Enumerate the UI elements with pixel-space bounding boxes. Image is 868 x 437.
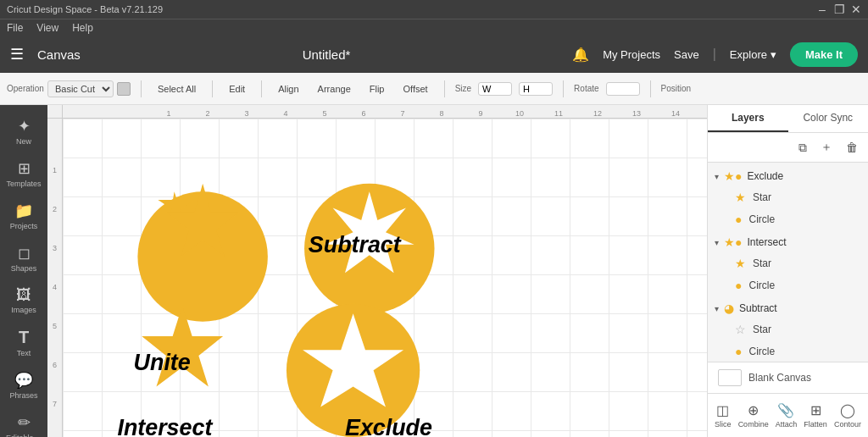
- attach-icon: 📎: [777, 402, 794, 418]
- minimize-btn[interactable]: –: [817, 4, 827, 14]
- ruler-tick: 4: [266, 109, 305, 118]
- blank-canvas-bar: Blank Canvas: [708, 362, 868, 393]
- ruler-tick: 5: [305, 109, 344, 118]
- intersect-group-icon: ★●: [724, 235, 742, 249]
- ruler-tick: 7: [383, 109, 422, 118]
- sidebar-item-phrases[interactable]: 💬 Phrases: [3, 366, 45, 405]
- exclude-group-label: Exclude: [747, 170, 783, 182]
- layers-list: ▾ ★● Exclude ★ Star ● Circle ▾ ★●: [708, 163, 868, 362]
- app-title: Cricut Design Space - Beta v7.21.129: [7, 4, 163, 14]
- layer-item-star-exclude[interactable]: ★ Star: [708, 186, 868, 208]
- layer-group-subtract: ▾ ◕ Subtract ☆ Star ● Circle: [708, 298, 868, 362]
- flatten-icon: ⊞: [810, 402, 821, 418]
- panel-tabs: Layers Color Sync: [708, 105, 868, 133]
- sidebar-item-text[interactable]: T Text: [3, 323, 45, 362]
- ruler-tick: 3: [227, 109, 266, 118]
- chevron-icon: ▾: [715, 172, 719, 181]
- color-swatch[interactable]: [117, 82, 131, 96]
- operation-label: Operation: [7, 84, 44, 93]
- exclude-label: Exclude: [345, 415, 432, 437]
- tab-color-sync[interactable]: Color Sync: [788, 105, 869, 132]
- combine-icon: ⊕: [748, 402, 759, 418]
- operation-select[interactable]: Basic Cut: [47, 80, 114, 97]
- width-input[interactable]: [478, 82, 512, 96]
- layer-item-star-subtract[interactable]: ☆ Star: [708, 318, 868, 340]
- main-layout: ✦ New ⊞ Templates 📁 Projects ◻ Shapes 🖼 …: [0, 105, 868, 437]
- layer-item-circle-intersect[interactable]: ● Circle: [708, 274, 868, 296]
- ruler-tick: 8: [422, 109, 461, 118]
- flip-button[interactable]: Flip: [364, 81, 391, 97]
- restore-btn[interactable]: ❐: [834, 4, 844, 14]
- ruler-tick: 6: [344, 109, 383, 118]
- chevron-down-icon: ▾: [771, 48, 776, 61]
- arrange-button[interactable]: Arrange: [312, 81, 357, 97]
- layer-group-intersect: ▾ ★● Intersect ★ Star ● Circle: [708, 232, 868, 296]
- sep5: [563, 80, 564, 97]
- close-btn[interactable]: ✕: [851, 4, 861, 14]
- menu-file[interactable]: File: [7, 22, 23, 34]
- layer-item-circle-exclude[interactable]: ● Circle: [708, 208, 868, 230]
- delete-layer-button[interactable]: 🗑: [843, 139, 861, 156]
- select-all-button[interactable]: Select All: [152, 81, 202, 97]
- contour-button[interactable]: ◯ Contour: [831, 401, 865, 430]
- tab-layers[interactable]: Layers: [708, 105, 788, 132]
- make-it-button[interactable]: Make It: [790, 42, 858, 67]
- phrases-icon: 💬: [14, 371, 33, 390]
- layer-group-intersect-header[interactable]: ▾ ★● Intersect: [708, 232, 868, 252]
- height-input[interactable]: [519, 82, 553, 96]
- canvas-content[interactable]: Unite Subtract Intersect Exclude: [63, 119, 707, 437]
- flatten-button[interactable]: ⊞ Flatten: [800, 401, 831, 430]
- blank-canvas-swatch[interactable]: [718, 369, 742, 386]
- menu-view[interactable]: View: [36, 22, 58, 34]
- sidebar-item-editable-images[interactable]: ✏ Editable Images: [3, 408, 45, 437]
- save-button[interactable]: Save: [674, 48, 699, 61]
- sidebar-item-templates[interactable]: ⊞ Templates: [3, 154, 45, 193]
- star-icon: ★: [735, 257, 746, 270]
- layer-group-exclude: ▾ ★● Exclude ★ Star ● Circle: [708, 166, 868, 230]
- sidebar-item-projects[interactable]: 📁 Projects: [3, 196, 45, 235]
- sep4: [444, 80, 445, 97]
- shapes-icon: ◻: [18, 244, 31, 263]
- slice-button[interactable]: ◫ Slice: [711, 401, 735, 430]
- edit-button[interactable]: Edit: [223, 81, 251, 97]
- layer-group-exclude-header[interactable]: ▾ ★● Exclude: [708, 166, 868, 186]
- hamburger-icon[interactable]: ☰: [10, 45, 24, 64]
- slice-icon: ◫: [716, 402, 729, 418]
- sep2: [212, 80, 213, 97]
- ruler-tick: 13: [617, 109, 656, 118]
- size-label: Size: [455, 84, 471, 93]
- contour-icon: ◯: [840, 402, 855, 418]
- sidebar-item-new[interactable]: ✦ New: [3, 112, 45, 151]
- ruler-tick: 15: [695, 109, 707, 118]
- right-panel: Layers Color Sync ⧉ ＋ 🗑 ▾ ★● Exclude ★ S…: [707, 105, 868, 437]
- sep1: [141, 80, 142, 97]
- new-icon: ✦: [18, 117, 31, 136]
- menu-bar: File View Help: [0, 19, 868, 36]
- ruler-vertical: 1 2 3 4 5 6 7: [47, 119, 63, 437]
- add-layer-button[interactable]: ＋: [817, 138, 836, 157]
- my-projects-button[interactable]: My Projects: [603, 48, 660, 61]
- nav-divider: |: [713, 47, 716, 62]
- ruler-tick: 14: [656, 109, 695, 118]
- offset-button[interactable]: Offset: [397, 81, 433, 97]
- notification-icon[interactable]: 🔔: [572, 47, 589, 63]
- align-button[interactable]: Align: [272, 81, 304, 97]
- left-sidebar: ✦ New ⊞ Templates 📁 Projects ◻ Shapes 🖼 …: [0, 105, 47, 437]
- ruler-tick: 11: [539, 109, 578, 118]
- layer-item-star-intersect[interactable]: ★ Star: [708, 252, 868, 274]
- explore-button[interactable]: Explore ▾: [730, 48, 776, 61]
- layer-group-subtract-header[interactable]: ▾ ◕ Subtract: [708, 298, 868, 318]
- ruler-tick: 9: [461, 109, 500, 118]
- sidebar-item-shapes[interactable]: ◻ Shapes: [3, 239, 45, 278]
- ruler-tick: 10: [500, 109, 539, 118]
- attach-button[interactable]: 📎 Attach: [772, 401, 801, 430]
- project-title: Untitled*: [303, 47, 351, 62]
- sep6: [650, 80, 651, 97]
- sidebar-item-images[interactable]: 🖼 Images: [3, 281, 45, 319]
- combine-button[interactable]: ⊕ Combine: [735, 401, 772, 430]
- copy-layer-button[interactable]: ⧉: [795, 139, 810, 157]
- rotate-input[interactable]: [606, 82, 640, 96]
- layer-item-circle-subtract[interactable]: ● Circle: [708, 340, 868, 362]
- canvas-label: Canvas: [37, 47, 81, 62]
- menu-help[interactable]: Help: [72, 22, 93, 34]
